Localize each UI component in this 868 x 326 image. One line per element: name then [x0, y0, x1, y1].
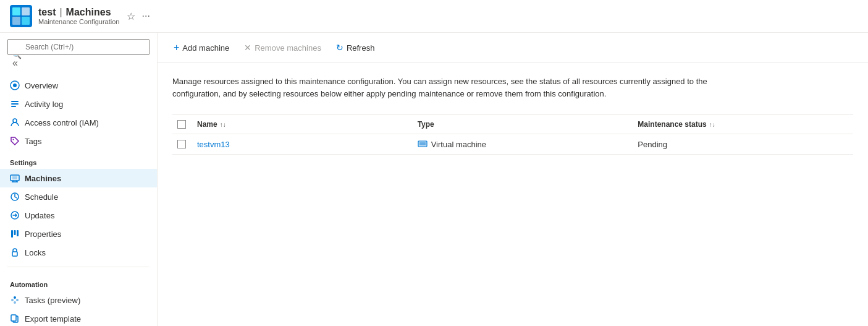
machines-table: Name ↑↓ Type Maintenance status ↑↓ — [172, 114, 853, 155]
vm-name-link[interactable]: testvm13 — [197, 140, 230, 149]
properties-icon — [10, 229, 20, 239]
sidebar-item-locks[interactable]: Locks — [0, 243, 157, 262]
sidebar-item-access-control[interactable]: Access control (IAM) — [0, 113, 157, 132]
table-row: testvm13 Virtual machine Pending — [172, 134, 853, 155]
sidebar-collapse-button[interactable]: « — [7, 55, 23, 71]
app-logo — [10, 5, 32, 27]
sidebar-item-properties[interactable]: Properties — [0, 225, 157, 243]
header: test | Machines Maintenance Configuratio… — [0, 0, 868, 33]
type-column-label: Type — [418, 120, 434, 129]
content-area: + Add machine ✕ Remove machines ↻ Refres… — [158, 33, 868, 326]
overview-icon — [10, 80, 20, 90]
svg-rect-17 — [14, 230, 16, 235]
more-icon[interactable]: ··· — [141, 11, 150, 22]
name-sort-icon: ↑↓ — [220, 121, 226, 128]
row-maintenance-status-value: Pending — [638, 140, 667, 149]
content-body: Manage resources assigned to this mainte… — [158, 63, 868, 326]
toolbar: + Add machine ✕ Remove machines ↻ Refres… — [158, 33, 868, 63]
sidebar-item-label-schedule: Schedule — [25, 192, 58, 202]
maintenance-status-column-label: Maintenance status — [638, 120, 706, 129]
refresh-label: Refresh — [347, 43, 375, 53]
svg-rect-18 — [17, 230, 19, 236]
svg-rect-16 — [11, 230, 13, 238]
access-control-icon — [10, 118, 20, 127]
sidebar-item-machines[interactable]: Machines — [0, 169, 157, 187]
svg-point-10 — [13, 119, 17, 122]
section-divider-automation — [7, 267, 150, 267]
svg-point-6 — [13, 84, 17, 87]
svg-rect-27 — [419, 142, 426, 145]
sidebar-item-tags[interactable]: Tags — [0, 132, 157, 150]
svg-point-23 — [14, 301, 16, 304]
sidebar-item-overview[interactable]: Overview — [0, 76, 157, 95]
svg-rect-4 — [22, 17, 30, 25]
svg-rect-24 — [11, 315, 16, 321]
row-checkbox[interactable] — [177, 140, 186, 148]
svg-rect-19 — [12, 252, 17, 256]
sidebar-item-label-overview: Overview — [25, 81, 58, 90]
table-header-checkbox-col — [172, 120, 192, 129]
tasks-icon — [10, 295, 20, 305]
header-subtitle: Maintenance Configuration — [38, 18, 119, 25]
export-icon — [10, 314, 20, 324]
activity-log-icon — [10, 99, 20, 109]
sidebar-item-activity-log[interactable]: Activity log — [0, 95, 157, 113]
machines-icon — [10, 173, 20, 183]
table-header-maintenance-status[interactable]: Maintenance status ↑↓ — [633, 120, 853, 129]
header-title: test | Machines — [38, 7, 119, 18]
svg-rect-1 — [12, 7, 20, 15]
remove-machines-button[interactable]: ✕ Remove machines — [238, 40, 327, 56]
sidebar-navigation: Overview Activity log Access control (IA… — [0, 76, 157, 326]
table-header-type: Type — [413, 120, 633, 129]
add-machine-button[interactable]: + Add machine — [167, 39, 235, 56]
svg-point-22 — [16, 299, 19, 301]
sidebar-item-label-activity-log: Activity log — [25, 100, 63, 109]
sidebar-item-tasks[interactable]: Tasks (preview) — [0, 291, 157, 309]
header-separator: | — [59, 7, 62, 18]
section-label-settings: Settings — [0, 150, 157, 169]
sidebar-item-label-tags: Tags — [25, 137, 41, 146]
header-resource-name: test — [38, 7, 56, 18]
svg-rect-9 — [11, 106, 16, 107]
header-title-block: test | Machines Maintenance Configuratio… — [38, 7, 119, 25]
header-page-name: Machines — [66, 7, 111, 18]
sidebar-item-updates[interactable]: Updates — [0, 206, 157, 225]
add-icon: + — [174, 42, 179, 53]
row-checkbox-cell — [172, 140, 192, 148]
sidebar-search-container: 🔍 « — [0, 33, 157, 76]
table-header-name[interactable]: Name ↑↓ — [192, 120, 413, 129]
refresh-button[interactable]: ↻ Refresh — [330, 40, 381, 56]
sidebar-item-label-locks: Locks — [25, 248, 46, 257]
main-layout: 🔍 « Overview Activity log — [0, 33, 868, 326]
header-icons: ☆ ··· — [127, 11, 150, 22]
search-wrapper: 🔍 « — [7, 39, 150, 71]
updates-icon — [10, 210, 20, 220]
select-all-checkbox[interactable] — [177, 120, 186, 129]
sidebar-item-label-updates: Updates — [25, 211, 54, 220]
sidebar-item-label-properties: Properties — [25, 229, 61, 239]
star-icon[interactable]: ☆ — [127, 11, 135, 22]
sidebar-item-export[interactable]: Export template — [0, 309, 157, 326]
sidebar-item-label-machines: Machines — [25, 174, 61, 183]
sidebar-item-label-export: Export template — [25, 314, 81, 324]
description-text: Manage resources assigned to this mainte… — [172, 75, 728, 100]
remove-machines-label: Remove machines — [255, 43, 321, 53]
table-header: Name ↑↓ Type Maintenance status ↑↓ — [172, 115, 853, 134]
row-maintenance-status-cell: Pending — [633, 140, 853, 149]
svg-point-11 — [13, 139, 14, 140]
svg-point-20 — [11, 299, 14, 301]
maintenance-status-sort-icon: ↑↓ — [709, 121, 715, 128]
section-label-automation: Automation — [0, 272, 157, 291]
svg-point-21 — [14, 296, 16, 299]
row-type-label: Virtual machine — [431, 140, 486, 149]
remove-icon: ✕ — [244, 43, 251, 53]
sidebar-item-label-tasks: Tasks (preview) — [25, 296, 80, 305]
svg-rect-8 — [11, 103, 19, 105]
svg-rect-13 — [12, 176, 17, 179]
row-name-cell: testvm13 — [192, 140, 413, 149]
svg-rect-3 — [12, 17, 20, 25]
row-type-cell: Virtual machine — [413, 139, 633, 149]
sidebar-item-schedule[interactable]: Schedule — [0, 187, 157, 206]
svg-rect-2 — [22, 7, 30, 15]
search-input[interactable] — [7, 39, 150, 55]
